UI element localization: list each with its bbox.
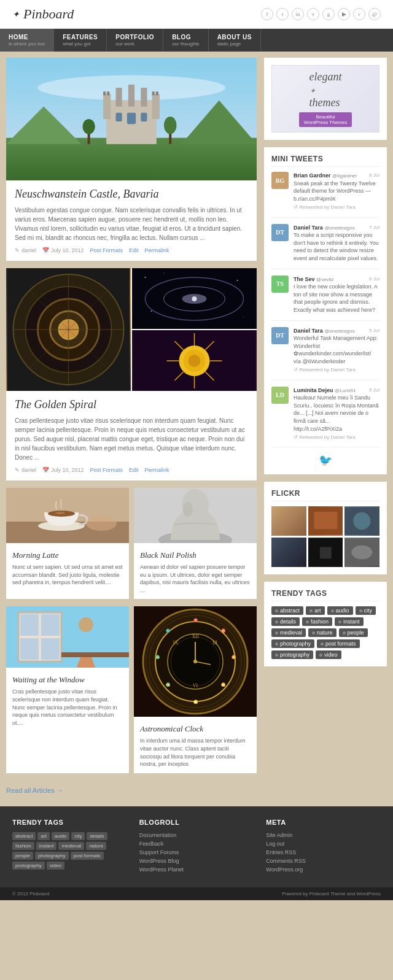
footer-link-commentsrss[interactable]: Comments RSS <box>266 858 381 864</box>
tag-fashion[interactable]: fashion <box>302 617 332 626</box>
mini-tweets-widget: Mini Tweets BG Brian Gardner @bgardner 8… <box>264 147 387 474</box>
tag-post-formats[interactable]: post formats <box>317 639 360 648</box>
tag-abstract[interactable]: abstract <box>271 606 303 615</box>
tag-nature[interactable]: nature <box>308 628 337 637</box>
flickr-widget: Flickr <box>264 482 387 574</box>
astronomical-clock-body: Astronomical Clock In interdum uma id ma… <box>134 719 257 773</box>
flickr-title: Flickr <box>271 489 379 501</box>
footer-link-logout[interactable]: Log out <box>266 841 381 847</box>
footer-link-documentation[interactable]: Documentation <box>139 832 254 838</box>
flickr-thumb-6[interactable] <box>344 538 379 567</box>
tag-video[interactable]: video <box>316 650 341 659</box>
footer-tag-post-formats[interactable]: post formats <box>71 852 104 860</box>
post-permalink-link[interactable]: Permalink <box>145 247 169 253</box>
flickr-thumb-2[interactable] <box>308 506 343 536</box>
footer-tag-medieval[interactable]: medieval <box>58 842 84 850</box>
nav-item-home[interactable]: HOME is where you live <box>0 29 54 52</box>
spiral-date: 📅 July 10, 2012 <box>42 467 84 473</box>
flickr-thumb-4[interactable] <box>271 538 306 567</box>
spiral-edit-link[interactable]: Edit <box>129 467 139 473</box>
footer-link-siteadmin[interactable]: Site Admin <box>266 832 381 838</box>
footer-link-wordpress[interactable]: WordPress.org <box>266 866 381 873</box>
tag-photography[interactable]: photography <box>271 639 314 648</box>
footer-tag-video[interactable]: video <box>47 862 64 870</box>
nav-item-features[interactable]: FEATURES what you got <box>54 29 107 52</box>
black-nail-polish-excerpt: Aenean id dolor vel sapien posuere tempo… <box>140 563 251 594</box>
post-castle-body: Neuschwanstein Castle, Bavaria Vestibulu… <box>6 180 257 261</box>
tag-people[interactable]: people <box>339 628 368 637</box>
ad-banner[interactable]: elegant✦themes BeautifulWordPress Themes <box>264 58 387 140</box>
footer-tag-audio[interactable]: audio <box>52 832 70 840</box>
nav-item-about[interactable]: ABOUT US static page <box>209 29 261 52</box>
svg-text:♊: ♊ <box>232 655 236 660</box>
footer-tag-details[interactable]: details <box>87 832 107 840</box>
flickr-thumb-5[interactable] <box>308 538 343 567</box>
svg-point-55 <box>55 512 65 514</box>
flickr-thumb-3[interactable] <box>344 506 379 536</box>
facebook-icon[interactable]: f <box>261 8 273 20</box>
svg-point-50 <box>189 355 201 367</box>
vimeo-icon[interactable]: v <box>307 8 319 20</box>
footer-tag-instant[interactable]: instant <box>36 842 57 850</box>
tag-audio[interactable]: audio <box>327 606 353 615</box>
svg-text:♉: ♉ <box>221 628 226 633</box>
footer-tag-abstract[interactable]: abstract <box>12 832 36 840</box>
email-icon[interactable]: @ <box>368 8 381 20</box>
svg-rect-9 <box>141 88 147 107</box>
footer-tag-protography[interactable]: protography <box>12 862 45 870</box>
footer-tag-city[interactable]: city <box>71 832 85 840</box>
googleplus-icon[interactable]: g <box>322 8 335 20</box>
tweet-4-avatar: DT <box>271 327 289 344</box>
read-all-link[interactable]: Read all Articles → <box>6 787 63 794</box>
svg-rect-66 <box>41 638 60 660</box>
flickr-thumb-1[interactable] <box>271 506 306 536</box>
nav-item-portfolio[interactable]: PORTFOLIO our work <box>107 29 163 52</box>
tag-art[interactable]: art <box>306 606 325 615</box>
tag-instant[interactable]: instant <box>335 617 364 626</box>
spiral-author: ✎ daniel <box>15 467 36 473</box>
footer-link-entriesrss[interactable]: Entries RSS <box>266 849 381 855</box>
footer-link-feedback[interactable]: Feedback <box>139 841 254 847</box>
tweet-5-text: Hauleau! Numele meu îi Sandu Scuriu.. lo… <box>294 394 379 433</box>
footer-tag-people[interactable]: people <box>12 852 33 860</box>
svg-rect-16 <box>141 113 147 122</box>
svg-text:♋: ♋ <box>221 682 226 687</box>
svg-text:XII: XII <box>192 634 198 639</box>
footer-powered: Powered by Pinboard Theme and WordPress <box>282 891 381 897</box>
footer-tag-photography[interactable]: photography <box>35 852 68 860</box>
tweet-5-retweet: ↺ Retweeted by Daniel Tara <box>294 434 379 441</box>
sidebar: elegant✦themes BeautifulWordPress Themes… <box>264 58 387 800</box>
tweet-5-avatar: LD <box>271 387 289 404</box>
svg-rect-12 <box>107 91 109 95</box>
footer-link-support[interactable]: Support Forums <box>139 849 254 855</box>
tweet-3-author: The Sev <box>294 276 315 282</box>
post-waiting-window: Waiting at the Window Cras pellentesque … <box>6 606 129 773</box>
svg-point-34 <box>145 277 146 278</box>
twitter-icon[interactable]: t <box>276 8 289 20</box>
black-nail-polish-title: Black Nail Polish <box>140 550 251 560</box>
footer-tag-nature[interactable]: nature <box>86 842 106 850</box>
rss-icon[interactable]: r <box>353 8 365 20</box>
tweet-2-text: To make a script responsive you don't ha… <box>294 231 379 262</box>
footer-tag-art[interactable]: art <box>37 832 49 840</box>
nav-item-blog[interactable]: BLOG our thoughts <box>163 29 208 52</box>
social-icons-container: f t in v g ▶ r @ <box>261 8 381 20</box>
youtube-icon[interactable]: ▶ <box>338 8 350 20</box>
tag-city[interactable]: city <box>356 606 376 615</box>
tweet-4-text: Wonderful Task Management App: Wúnderlís… <box>294 334 379 365</box>
footer-link-wpplanet[interactable]: WordPress Planet <box>139 866 254 873</box>
tweet-5-content: Luminita Dejeu @Lumi91 5 Jul Hauleau! Nu… <box>294 387 379 441</box>
tag-medieval[interactable]: medieval <box>271 628 306 637</box>
svg-rect-15 <box>116 113 122 122</box>
footer-tag-fashion[interactable]: fashion <box>12 842 34 850</box>
svg-point-36 <box>237 280 238 281</box>
linkedin-icon[interactable]: in <box>292 8 304 20</box>
logo-bird-icon: ✦ <box>12 9 20 20</box>
footer-link-wpblog[interactable]: WordPress Blog <box>139 858 254 864</box>
tag-protography[interactable]: protography <box>271 650 313 659</box>
tag-details[interactable]: details <box>271 617 300 626</box>
spiral-format-link[interactable]: Post Formats <box>90 467 123 473</box>
post-formats-link[interactable]: Post Formats <box>90 247 123 253</box>
spiral-permalink-link[interactable]: Permalink <box>145 467 169 473</box>
post-edit-link[interactable]: Edit <box>129 247 139 253</box>
